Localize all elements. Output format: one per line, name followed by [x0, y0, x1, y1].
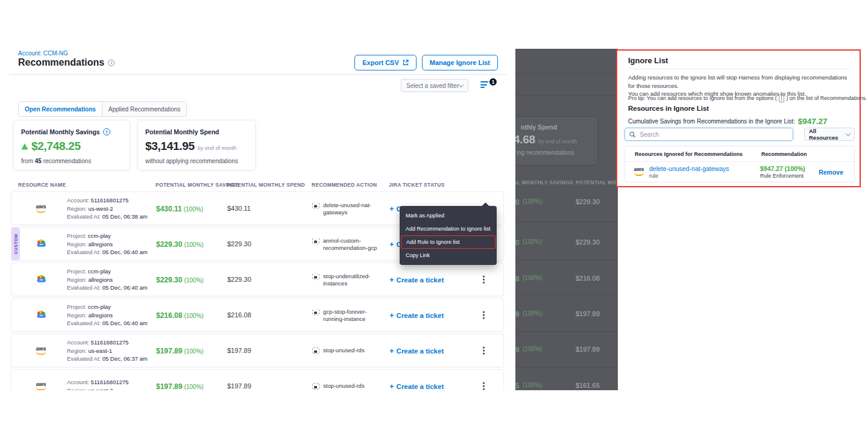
col-header-resources-ignored: Resources Ignored for Recommendations: [635, 151, 743, 157]
savings-subtext-suffix: recommendations: [43, 158, 91, 164]
screenshot-canvas: Account: CCM-NG Recommendations Export C…: [0, 0, 868, 448]
plus-icon: [389, 204, 394, 213]
kebab-menu-button[interactable]: [479, 344, 488, 358]
recommended-action-cell: anmol-custom-recommendation-gcp: [312, 237, 386, 251]
create-ticket-button[interactable]: Create a ticket: [389, 346, 444, 355]
dimmed-col-header-savings: AL MONTHLY SAVINGS: [515, 179, 573, 185]
resource-detail-line: Region: us-west-2: [67, 386, 128, 390]
dimmed-savings-amount: 8: [515, 275, 520, 283]
dimmed-table-row: 8(100%)$216.08: [515, 275, 618, 284]
table-row: Project: ccm-playRegion: allregionsEvalu…: [11, 298, 504, 332]
detail-value: us-west-2: [88, 205, 113, 211]
info-icon[interactable]: [108, 60, 115, 66]
manage-ignore-list-button[interactable]: Manage Ignore List: [422, 55, 498, 70]
create-ticket-button[interactable]: Create a ticket: [389, 382, 444, 391]
create-ticket-label: Create a ticket: [397, 276, 444, 283]
resource-type-value: All Resources: [809, 128, 846, 141]
dimmed-savings-amount: 0: [515, 238, 520, 247]
plus-icon: [389, 382, 394, 391]
chevron-down-icon: [459, 82, 464, 87]
row-context-menu: Mark as Applied Add Recommendation to Ig…: [400, 206, 497, 265]
detail-value: allregions: [88, 311, 113, 318]
savings-percent: (100%): [184, 206, 203, 213]
external-link-icon: [403, 60, 409, 66]
cumulative-savings-value: $947.27: [798, 117, 828, 126]
kebab-dot: [483, 279, 485, 281]
resource-detail-line: Region: allregions: [67, 275, 148, 284]
dimmed-spend-amount: $197.89: [576, 346, 600, 353]
savings-percent: (100%): [184, 241, 203, 248]
spend-subtext: without applying recommendations: [145, 158, 248, 164]
resource-type-dropdown[interactable]: All Resources: [804, 128, 855, 141]
modal-divider: [628, 69, 850, 69]
kebab-dot: [483, 314, 485, 316]
ignore-list-modal: Ignore List Adding resources to the Igno…: [616, 49, 861, 187]
resource-details: Project: ccm-playRegion: allregionsEvalu…: [67, 303, 148, 328]
col-header-jira-ticket-status: JIRA TICKET STATUS: [389, 182, 445, 188]
dimmed-savings-amount: 9: [515, 310, 520, 319]
savings-percent: (100%): [184, 384, 203, 390]
resource-details: Account: 511616801275Region: us-east-1Ev…: [67, 338, 148, 363]
menu-item-add-rule-to-ignore-list[interactable]: Add Rule to Ignore list: [401, 235, 495, 249]
dimmed-spend-value: 4.68: [515, 133, 535, 146]
dimmed-row-separator: [515, 331, 618, 332]
create-ticket-button[interactable]: Create a ticket: [389, 275, 444, 284]
recommendations-tabs: Open Recommendations Applied Recommendat…: [18, 101, 187, 117]
detail-label: Project:: [67, 232, 86, 239]
potential-savings-card: Potential Monthly Savings $2,748.25 from…: [13, 120, 130, 170]
detail-label: Account:: [67, 339, 89, 346]
dimmed-spend-value-note: by end of month: [538, 138, 577, 145]
col-header-potential-spend: POTENTIAL MONTHLY SPEND: [227, 182, 305, 188]
saved-filter-dropdown[interactable]: Select a saved filter: [401, 79, 468, 92]
action-name: stop-unused-rds: [323, 347, 365, 354]
kebab-dot: [483, 388, 485, 390]
tab-applied-recommendations[interactable]: Applied Recommendations: [102, 102, 187, 116]
dimmed-spend-amount: $216.08: [576, 275, 600, 282]
remove-button[interactable]: Remove: [819, 169, 843, 176]
kebab-menu-button[interactable]: [479, 273, 488, 287]
savings-card-label: Potential Monthly Savings: [21, 128, 100, 135]
resource-detail-line: Region: allregions: [67, 240, 148, 248]
detail-label: Evaluated At:: [67, 284, 101, 291]
savings-cell: $197.89(100%): [156, 345, 204, 356]
kebab-menu-button[interactable]: [479, 308, 488, 322]
recommended-action-cell: stop-unused-rds: [312, 347, 386, 354]
modal-section-title: Resources in Ignore List: [628, 105, 709, 112]
table-header-divider: [625, 161, 854, 162]
resource-detail-line: Project: ccm-play: [67, 267, 148, 276]
savings-amount: $197.89: [156, 347, 182, 355]
account-breadcrumb[interactable]: Account: CCM-NG: [18, 50, 68, 57]
detail-value: us-east-1: [88, 347, 112, 353]
page-title: Recommendations: [18, 57, 104, 68]
menu-item-mark-as-applied[interactable]: Mark as Applied: [400, 209, 497, 222]
menu-item-copy-link[interactable]: Copy Link: [400, 249, 497, 262]
create-ticket-button[interactable]: Create a ticket: [389, 311, 444, 320]
kebab-dot: [483, 350, 485, 352]
dimmed-row-separator: [515, 260, 618, 260]
tab-open-recommendations[interactable]: Open Recommendations: [19, 102, 102, 116]
menu-item-add-recommendation-to-ignore-list[interactable]: Add Recommendation to Ignore list: [400, 222, 497, 235]
savings-amount: $229.30: [156, 276, 182, 284]
header-actions: Export CSV Manage Ignore List: [354, 55, 498, 70]
header-divider: [10, 74, 506, 75]
potential-spend-card: Potential Monthly Spend $3,141.95 by end…: [137, 120, 256, 170]
action-name: stop-unused-rds: [323, 382, 365, 390]
savings-amount: $197.89: [156, 382, 182, 390]
recommended-action-cell: gcp-stop-forever-running-instance: [312, 308, 386, 322]
kebab-dot: [483, 353, 485, 355]
plus-icon: [389, 311, 394, 320]
resource-detail-line: Region: allregions: [67, 311, 148, 319]
spend-cell: $229.30: [227, 240, 251, 247]
dimmed-savings-amount: 0: [515, 198, 520, 207]
ignored-rule-link[interactable]: delete-unused-nat-gateways: [649, 165, 729, 172]
export-csv-button[interactable]: Export CSV: [354, 55, 417, 70]
dimmed-divider: [515, 95, 618, 96]
help-icon[interactable]: [103, 128, 110, 135]
kebab-menu-button[interactable]: [479, 379, 488, 390]
savings-trend-icon: [21, 143, 28, 150]
dimmed-spend-value-row: 4.68 by end of month: [515, 133, 577, 146]
detail-label: Evaluated At:: [67, 213, 101, 220]
modal-description-line1: Adding resources to the Ignore list will…: [628, 73, 852, 90]
search-input[interactable]: [638, 131, 788, 138]
create-ticket-label: Create a ticket: [397, 382, 444, 390]
